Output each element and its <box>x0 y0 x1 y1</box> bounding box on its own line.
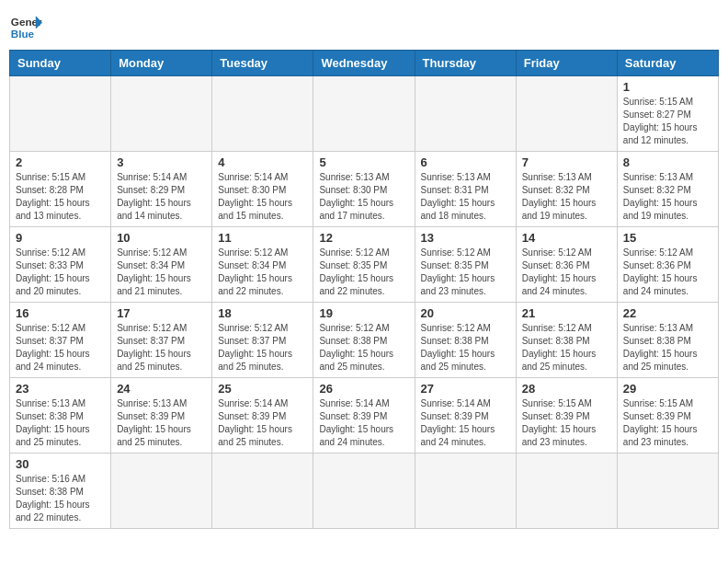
day-info: Sunrise: 5:12 AMSunset: 8:35 PMDaylight:… <box>319 247 408 298</box>
day-number: 16 <box>16 306 105 320</box>
calendar: SundayMondayTuesdayWednesdayThursdayFrid… <box>9 50 719 529</box>
calendar-day-cell: 8Sunrise: 5:13 AMSunset: 8:32 PMDaylight… <box>617 152 718 227</box>
calendar-day-cell: 4Sunrise: 5:14 AMSunset: 8:30 PMDaylight… <box>212 152 313 227</box>
calendar-day-cell: 1Sunrise: 5:15 AMSunset: 8:27 PMDaylight… <box>617 76 718 152</box>
day-number: 27 <box>421 382 510 396</box>
day-number: 23 <box>16 382 105 396</box>
day-number: 11 <box>218 231 307 245</box>
calendar-day-cell: 7Sunrise: 5:13 AMSunset: 8:32 PMDaylight… <box>516 152 617 227</box>
day-info: Sunrise: 5:14 AMSunset: 8:30 PMDaylight:… <box>218 171 307 223</box>
day-number: 4 <box>218 155 307 169</box>
weekday-header-thursday: Thursday <box>415 51 516 76</box>
day-number: 2 <box>16 155 105 169</box>
day-number: 12 <box>319 231 408 245</box>
calendar-day-cell <box>212 76 313 152</box>
day-info: Sunrise: 5:12 AMSunset: 8:34 PMDaylight:… <box>117 247 206 298</box>
day-info: Sunrise: 5:12 AMSunset: 8:36 PMDaylight:… <box>522 247 611 298</box>
calendar-day-cell <box>516 76 617 152</box>
day-info: Sunrise: 5:12 AMSunset: 8:35 PMDaylight:… <box>421 247 510 298</box>
day-number: 10 <box>117 231 206 245</box>
calendar-day-cell: 27Sunrise: 5:14 AMSunset: 8:39 PMDayligh… <box>415 378 516 454</box>
day-number: 6 <box>421 155 510 169</box>
day-info: Sunrise: 5:13 AMSunset: 8:38 PMDaylight:… <box>16 397 105 449</box>
day-number: 9 <box>16 231 105 245</box>
day-info: Sunrise: 5:14 AMSunset: 8:29 PMDaylight:… <box>117 171 206 223</box>
calendar-day-cell: 17Sunrise: 5:12 AMSunset: 8:37 PMDayligh… <box>111 303 212 378</box>
day-info: Sunrise: 5:13 AMSunset: 8:39 PMDaylight:… <box>117 397 206 449</box>
calendar-day-cell: 19Sunrise: 5:12 AMSunset: 8:38 PMDayligh… <box>313 303 415 378</box>
calendar-day-cell <box>111 454 212 529</box>
calendar-day-cell <box>415 454 516 529</box>
day-number: 29 <box>623 382 712 396</box>
calendar-day-cell <box>212 454 313 529</box>
calendar-day-cell: 30Sunrise: 5:16 AMSunset: 8:38 PMDayligh… <box>10 454 111 529</box>
day-number: 14 <box>522 231 611 245</box>
svg-text:Blue: Blue <box>11 28 35 40</box>
day-info: Sunrise: 5:13 AMSunset: 8:31 PMDaylight:… <box>421 171 510 223</box>
day-number: 24 <box>117 382 206 396</box>
day-number: 22 <box>623 306 712 320</box>
logo-icon: General Blue <box>9 9 42 42</box>
calendar-day-cell <box>10 76 111 152</box>
calendar-day-cell: 5Sunrise: 5:13 AMSunset: 8:30 PMDaylight… <box>313 152 415 227</box>
day-info: Sunrise: 5:13 AMSunset: 8:32 PMDaylight:… <box>522 171 611 223</box>
day-info: Sunrise: 5:12 AMSunset: 8:38 PMDaylight:… <box>522 322 611 373</box>
weekday-header-row: SundayMondayTuesdayWednesdayThursdayFrid… <box>10 51 719 76</box>
weekday-header-wednesday: Wednesday <box>313 51 415 76</box>
calendar-day-cell: 28Sunrise: 5:15 AMSunset: 8:39 PMDayligh… <box>516 378 617 454</box>
day-number: 17 <box>117 306 206 320</box>
day-number: 18 <box>218 306 307 320</box>
calendar-day-cell: 3Sunrise: 5:14 AMSunset: 8:29 PMDaylight… <box>111 152 212 227</box>
calendar-day-cell: 25Sunrise: 5:14 AMSunset: 8:39 PMDayligh… <box>212 378 313 454</box>
calendar-week-3: 9Sunrise: 5:12 AMSunset: 8:33 PMDaylight… <box>10 227 719 303</box>
day-info: Sunrise: 5:14 AMSunset: 8:39 PMDaylight:… <box>218 397 307 449</box>
calendar-day-cell: 15Sunrise: 5:12 AMSunset: 8:36 PMDayligh… <box>617 227 718 303</box>
day-number: 28 <box>522 382 611 396</box>
day-info: Sunrise: 5:12 AMSunset: 8:37 PMDaylight:… <box>16 322 105 373</box>
day-info: Sunrise: 5:12 AMSunset: 8:33 PMDaylight:… <box>16 247 105 298</box>
day-number: 3 <box>117 155 206 169</box>
calendar-day-cell <box>111 76 212 152</box>
day-info: Sunrise: 5:12 AMSunset: 8:37 PMDaylight:… <box>117 322 206 373</box>
calendar-day-cell: 23Sunrise: 5:13 AMSunset: 8:38 PMDayligh… <box>10 378 111 454</box>
header: General Blue <box>9 9 719 42</box>
calendar-day-cell: 26Sunrise: 5:14 AMSunset: 8:39 PMDayligh… <box>313 378 415 454</box>
day-number: 30 <box>16 457 105 471</box>
calendar-day-cell <box>415 76 516 152</box>
calendar-day-cell: 22Sunrise: 5:13 AMSunset: 8:38 PMDayligh… <box>617 303 718 378</box>
calendar-day-cell <box>617 454 718 529</box>
calendar-day-cell: 2Sunrise: 5:15 AMSunset: 8:28 PMDaylight… <box>10 152 111 227</box>
calendar-day-cell: 6Sunrise: 5:13 AMSunset: 8:31 PMDaylight… <box>415 152 516 227</box>
day-info: Sunrise: 5:15 AMSunset: 8:27 PMDaylight:… <box>623 96 712 147</box>
calendar-day-cell: 13Sunrise: 5:12 AMSunset: 8:35 PMDayligh… <box>415 227 516 303</box>
day-number: 7 <box>522 155 611 169</box>
calendar-day-cell: 21Sunrise: 5:12 AMSunset: 8:38 PMDayligh… <box>516 303 617 378</box>
day-info: Sunrise: 5:12 AMSunset: 8:37 PMDaylight:… <box>218 322 307 373</box>
weekday-header-saturday: Saturday <box>617 51 718 76</box>
calendar-day-cell <box>313 454 415 529</box>
day-number: 25 <box>218 382 307 396</box>
calendar-day-cell: 11Sunrise: 5:12 AMSunset: 8:34 PMDayligh… <box>212 227 313 303</box>
day-number: 5 <box>319 155 408 169</box>
calendar-day-cell: 10Sunrise: 5:12 AMSunset: 8:34 PMDayligh… <box>111 227 212 303</box>
calendar-day-cell: 16Sunrise: 5:12 AMSunset: 8:37 PMDayligh… <box>10 303 111 378</box>
logo: General Blue <box>9 9 42 42</box>
calendar-day-cell: 20Sunrise: 5:12 AMSunset: 8:38 PMDayligh… <box>415 303 516 378</box>
day-info: Sunrise: 5:14 AMSunset: 8:39 PMDaylight:… <box>421 397 510 449</box>
weekday-header-sunday: Sunday <box>10 51 111 76</box>
weekday-header-friday: Friday <box>516 51 617 76</box>
day-info: Sunrise: 5:12 AMSunset: 8:36 PMDaylight:… <box>623 247 712 298</box>
day-info: Sunrise: 5:13 AMSunset: 8:38 PMDaylight:… <box>623 322 712 373</box>
day-number: 26 <box>319 382 408 396</box>
day-number: 19 <box>319 306 408 320</box>
calendar-week-6: 30Sunrise: 5:16 AMSunset: 8:38 PMDayligh… <box>10 454 719 529</box>
day-number: 1 <box>623 80 712 94</box>
day-info: Sunrise: 5:15 AMSunset: 8:39 PMDaylight:… <box>522 397 611 449</box>
weekday-header-tuesday: Tuesday <box>212 51 313 76</box>
day-info: Sunrise: 5:15 AMSunset: 8:39 PMDaylight:… <box>623 397 712 449</box>
calendar-week-5: 23Sunrise: 5:13 AMSunset: 8:38 PMDayligh… <box>10 378 719 454</box>
calendar-day-cell: 9Sunrise: 5:12 AMSunset: 8:33 PMDaylight… <box>10 227 111 303</box>
weekday-header-monday: Monday <box>111 51 212 76</box>
calendar-day-cell: 14Sunrise: 5:12 AMSunset: 8:36 PMDayligh… <box>516 227 617 303</box>
calendar-day-cell: 24Sunrise: 5:13 AMSunset: 8:39 PMDayligh… <box>111 378 212 454</box>
